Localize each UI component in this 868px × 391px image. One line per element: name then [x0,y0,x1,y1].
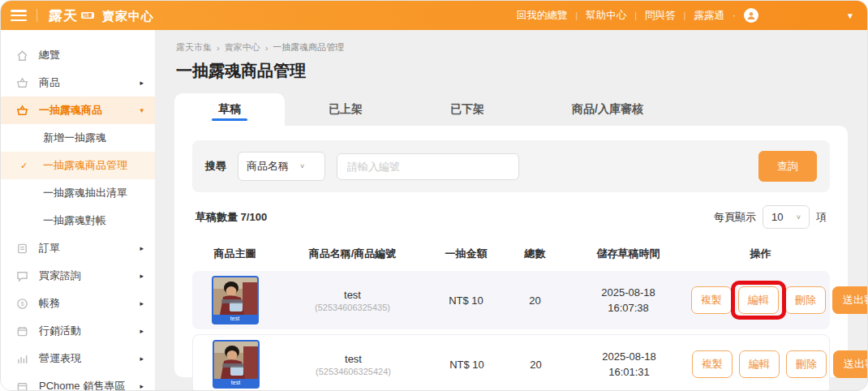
chevron-down-icon: ˅ [300,162,304,170]
nav-link-lulutong[interactable]: 露露通 [694,9,724,23]
tab-content-card: 搜尋 商品名稱 ˅ 查詢 草稿數量 7/100 每頁顯示 10 [174,126,848,377]
search-input[interactable] [337,153,519,180]
row-actions: 複製 編輯 刪除 送出審核 [691,286,867,314]
username-area [767,8,838,23]
sidebar-subitem-reconciliation[interactable]: 一抽露魂對帳 [1,207,155,234]
summary-row: 草稿數量 7/100 每頁顯示 10 ˅ 項 [196,205,827,229]
avatar[interactable] [744,8,758,23]
sidebar-item-products[interactable]: 商品 ▸ [1,69,155,97]
chat-icon [15,269,28,282]
chevron-down-icon: ˅ [797,213,801,221]
chart-icon [15,352,28,365]
box-icon [15,380,28,391]
sidebar-subitem-add-lottery[interactable]: 新增一抽露魂 [1,124,155,152]
saved-time: 2025-08-18 16:01:31 [566,349,692,380]
top-bar: 露天 拍賣 賣家中心 回我的總覽 | 幫助中心 | 問與答 | 露露通 · ▼ [1,1,867,30]
orders-icon [15,242,28,255]
sidebar-item-overview[interactable]: 總覽 [1,41,155,69]
coin-icon: $ [15,297,28,310]
top-nav: 回我的總覽 | 幫助中心 | 問與答 | 露露通 · ▼ [517,8,854,23]
chevron-right-icon: ▸ [140,327,144,335]
sidebar-item-marketing[interactable]: 行銷活動 ▸ [1,317,155,345]
cart-icon [15,104,28,117]
product-thumbnail[interactable]: test [213,340,260,389]
search-label: 搜尋 [205,159,226,174]
check-icon: ✓ [20,161,28,171]
tab-review[interactable]: 商品/入庫審核 [528,93,687,126]
breadcrumb-seller-center[interactable]: 賣家中心 [225,41,260,54]
product-name: test [277,289,428,301]
tab-listed[interactable]: 已上架 [285,93,406,126]
hamburger-menu-icon[interactable] [11,10,27,21]
table-header: 商品主圖 商品名稱/商品編號 一抽金額 總數 儲存草稿時間 操作 [192,235,830,271]
home-icon [15,49,28,62]
total-count: 20 [505,359,566,371]
per-page-control: 每頁顯示 10 ˅ 項 [714,205,827,229]
product-name: test [278,353,428,365]
seller-center-window: 露天 拍賣 賣家中心 回我的總覽 | 幫助中心 | 問與答 | 露露通 · ▼ [0,0,868,391]
product-code: (52534606325435) [277,303,428,312]
user-icon [746,11,756,20]
saved-time: 2025-08-18 16:07:38 [565,285,691,316]
cart-icon [15,76,28,89]
copy-button[interactable]: 複製 [692,350,733,378]
sidebar-item-lottery-products[interactable]: 一抽露魂商品 ▾ [1,97,155,124]
thumbnail-caption: test [213,315,257,323]
tab-delisted[interactable]: 已下架 [406,93,528,126]
search-submit-button[interactable]: 查詢 [758,151,817,182]
chevron-right-icon: ▸ [140,354,144,363]
sidebar-item-performance[interactable]: 營運表現 ▸ [1,345,155,372]
sidebar-item-pchome-sales[interactable]: PChome 銷售專區 ▸ [1,372,155,391]
main-content: 露天市集 › 賣家中心 › 一抽露魂商品管理 一抽露魂商品管理 草稿 已上架 已… [155,30,867,391]
per-page-select[interactable]: 10 ˅ [763,205,810,229]
breadcrumb-current: 一抽露魂商品管理 [273,41,344,54]
sidebar-subitem-draw-list[interactable]: 一抽露魂抽出清單 [1,179,155,207]
per-page-label: 每頁顯示 [714,210,756,225]
calendar-icon [15,324,28,337]
chevron-right-icon: ▸ [140,382,144,390]
divider [37,9,37,22]
table-row: test test (52534606325424) NT$ 10 20 202… [192,334,830,391]
draw-price: NT$ 10 [428,359,505,371]
search-type-select[interactable]: 商品名稱 ˅ [238,152,325,181]
edit-button[interactable]: 編輯 [738,286,779,314]
search-panel: 搜尋 商品名稱 ˅ 查詢 [192,140,830,192]
nav-link-help-center[interactable]: 幫助中心 [586,9,626,23]
ruten-logo[interactable]: 露天 拍賣 賣家中心 [49,6,154,25]
account-dropdown-caret-icon[interactable]: ▼ [846,11,854,20]
row-actions: 複製 編輯 刪除 送出審核 [692,350,867,378]
submit-review-button[interactable]: 送出審核 [832,286,867,314]
breadcrumb-ruten[interactable]: 露天市集 [176,41,212,54]
copy-button[interactable]: 複製 [691,286,732,314]
app-name: 賣家中心 [102,9,154,24]
product-thumbnail[interactable]: test [212,276,259,324]
sidebar-item-orders[interactable]: 訂單 ▸ [1,234,155,262]
thumbnail-caption: test [214,379,258,387]
sidebar: 總覽 商品 ▸ 一抽露魂商品 ▾ 新增一抽露魂 ✓ [1,30,155,391]
tab-drafts[interactable]: 草稿 [174,93,285,126]
delete-button[interactable]: 刪除 [786,350,827,378]
product-code: (52534606325424) [278,367,428,376]
total-count: 20 [505,294,565,307]
page-title: 一抽露魂商品管理 [176,60,846,82]
chevron-right-icon: ▸ [140,272,144,280]
edit-button[interactable]: 編輯 [739,350,780,378]
breadcrumb: 露天市集 › 賣家中心 › 一抽露魂商品管理 [176,41,846,54]
per-page-unit: 項 [816,210,827,225]
chevron-right-icon: ▸ [140,299,144,307]
draft-count: 草稿數量 7/100 [196,210,267,225]
sidebar-item-accounting[interactable]: $ 帳務 ▸ [1,290,155,317]
chevron-down-icon: ▾ [140,106,144,114]
table-row: test test (52534606325435) NT$ 10 20 202… [192,271,830,329]
tab-bar: 草稿 已上架 已下架 商品/入庫審核 [174,93,848,126]
sidebar-item-buyer-inquiries[interactable]: 買家諮詢 ▸ [1,262,155,290]
active-tab-underline [212,118,247,121]
delete-button[interactable]: 刪除 [785,286,826,314]
logo-text: 露天 [49,6,78,25]
nav-link-overview[interactable]: 回我的總覽 [517,9,568,23]
nav-link-qna[interactable]: 問與答 [645,9,676,23]
sidebar-subitem-lottery-management[interactable]: ✓ 一抽露魂商品管理 [1,152,155,179]
submit-review-button[interactable]: 送出審核 [833,350,867,378]
svg-text:$: $ [20,300,24,307]
draw-price: NT$ 10 [428,294,505,307]
